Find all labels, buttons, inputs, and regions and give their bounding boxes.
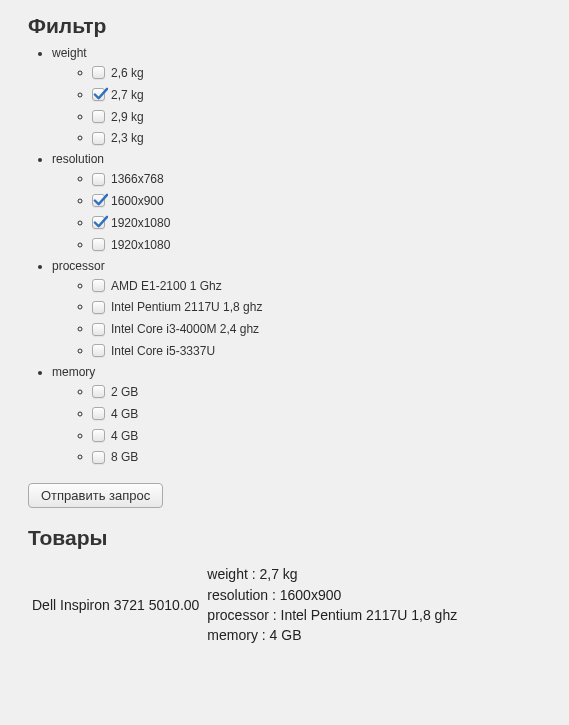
filter-option-label: 4 GB xyxy=(111,407,138,421)
spec-value: 1600x900 xyxy=(280,587,342,603)
filter-checkbox[interactable] xyxy=(92,407,105,420)
filter-option-label: 1920x1080 xyxy=(111,238,170,252)
filter-group: memory2 GB4 GB4 GB8 GB xyxy=(52,365,541,467)
filter-option: 8 GB xyxy=(92,446,541,467)
filter-option: 1920x1080 xyxy=(92,234,541,255)
products-table: Dell Inspiron 3721 5010.00weight : 2,7 k… xyxy=(28,562,461,647)
product-spec: memory : 4 GB xyxy=(207,625,457,645)
filter-checkbox[interactable] xyxy=(92,216,105,229)
filter-checkbox[interactable] xyxy=(92,66,105,79)
filter-option: 1920x1080 xyxy=(92,212,541,233)
filter-option: 2,7 kg xyxy=(92,84,541,105)
filter-option: 2,9 kg xyxy=(92,106,541,127)
filter-checkbox[interactable] xyxy=(92,110,105,123)
filter-option-label: 8 GB xyxy=(111,450,138,464)
filter-option-label: 2,7 kg xyxy=(111,88,144,102)
filter-option: 2,6 kg xyxy=(92,62,541,83)
filter-checkbox[interactable] xyxy=(92,385,105,398)
product-name-cell: Dell Inspiron 3721 5010.00 xyxy=(28,562,203,647)
product-price: 5010.00 xyxy=(149,597,200,613)
filter-option: 4 GB xyxy=(92,425,541,446)
filter-checkbox[interactable] xyxy=(92,429,105,442)
filter-option-label: 2,3 kg xyxy=(111,131,144,145)
filter-option-label: 2,6 kg xyxy=(111,66,144,80)
filter-option-label: 1366x768 xyxy=(111,172,164,186)
filter-option-label: Intel Core i5-3337U xyxy=(111,344,215,358)
filter-checkbox[interactable] xyxy=(92,323,105,336)
product-spec: weight : 2,7 kg xyxy=(207,564,457,584)
filter-checkbox[interactable] xyxy=(92,173,105,186)
product-name: Dell Inspiron 3721 xyxy=(32,597,145,613)
filter-option-label: Intel Pentium 2117U 1,8 ghz xyxy=(111,300,262,314)
filter-checkbox[interactable] xyxy=(92,451,105,464)
filter-option-label: 2,9 kg xyxy=(111,109,144,123)
filter-option: 4 GB xyxy=(92,403,541,424)
product-specs-cell: weight : 2,7 kgresolution : 1600x900proc… xyxy=(203,562,461,647)
filter-option-label: 2 GB xyxy=(111,385,138,399)
filter-heading: Фильтр xyxy=(28,14,541,38)
filter-option-label: 1600x900 xyxy=(111,194,164,208)
product-spec: processor : Intel Pentium 2117U 1,8 ghz xyxy=(207,605,457,625)
filter-group-name: resolution xyxy=(52,152,104,166)
spec-key: processor xyxy=(207,607,268,623)
filter-checkbox[interactable] xyxy=(92,88,105,101)
spec-key: memory xyxy=(207,627,258,643)
filter-option: 1366x768 xyxy=(92,168,541,189)
filter-group: resolution1366x7681600x9001920x10801920x… xyxy=(52,152,541,254)
filter-checkbox[interactable] xyxy=(92,132,105,145)
filter-option-label: 1920x1080 xyxy=(111,216,170,230)
spec-value: 4 GB xyxy=(270,627,302,643)
spec-value: 2,7 kg xyxy=(260,566,298,582)
spec-key: weight xyxy=(207,566,247,582)
filter-option: Intel Core i5-3337U xyxy=(92,340,541,361)
filter-options: AMD E1-2100 1 GhzIntel Pentium 2117U 1,8… xyxy=(52,275,541,361)
filter-option: Intel Core i3-4000M 2,4 ghz xyxy=(92,318,541,339)
filter-checkbox[interactable] xyxy=(92,344,105,357)
filter-option: Intel Pentium 2117U 1,8 ghz xyxy=(92,296,541,317)
spec-key: resolution xyxy=(207,587,268,603)
filter-checkbox[interactable] xyxy=(92,301,105,314)
filter-group: processorAMD E1-2100 1 GhzIntel Pentium … xyxy=(52,259,541,361)
filter-options: 2,6 kg2,7 kg2,9 kg2,3 kg xyxy=(52,62,541,148)
filter-options: 1366x7681600x9001920x10801920x1080 xyxy=(52,168,541,254)
filter-option-label: AMD E1-2100 1 Ghz xyxy=(111,278,222,292)
product-spec: resolution : 1600x900 xyxy=(207,585,457,605)
filter-option-label: 4 GB xyxy=(111,428,138,442)
filter-option-label: Intel Core i3-4000M 2,4 ghz xyxy=(111,322,259,336)
filter-options: 2 GB4 GB4 GB8 GB xyxy=(52,381,541,467)
filter-checkbox[interactable] xyxy=(92,279,105,292)
filter-checkbox[interactable] xyxy=(92,194,105,207)
filter-group-name: memory xyxy=(52,365,95,379)
filter-group-name: processor xyxy=(52,259,105,273)
products-heading: Товары xyxy=(28,526,541,550)
filter-checkbox[interactable] xyxy=(92,238,105,251)
filter-group-name: weight xyxy=(52,46,87,60)
filter-option: 2 GB xyxy=(92,381,541,402)
filter-option: 1600x900 xyxy=(92,190,541,211)
filter-option: AMD E1-2100 1 Ghz xyxy=(92,275,541,296)
spec-value: Intel Pentium 2117U 1,8 ghz xyxy=(281,607,458,623)
filter-group: weight2,6 kg2,7 kg2,9 kg2,3 kg xyxy=(52,46,541,148)
filter-list: weight2,6 kg2,7 kg2,9 kg2,3 kgresolution… xyxy=(28,46,541,467)
filter-option: 2,3 kg xyxy=(92,127,541,148)
submit-button[interactable]: Отправить запрос xyxy=(28,483,163,508)
table-row: Dell Inspiron 3721 5010.00weight : 2,7 k… xyxy=(28,562,461,647)
